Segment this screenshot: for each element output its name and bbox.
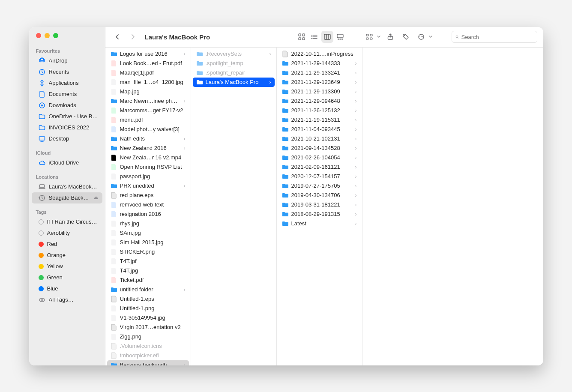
back-button[interactable] [111,31,123,43]
file-row[interactable]: 2021-11-29-113309› [279,87,360,96]
file-row[interactable]: T4T.jpg [107,266,189,275]
file-row[interactable]: Backups.backupdb› [107,360,189,365]
file-row[interactable]: 2021-11-19-115311› [279,115,360,125]
file-row[interactable]: Laura's MacBook Pro› [193,78,275,87]
file-row[interactable]: 2021-02-09-161121› [279,162,360,172]
file-row[interactable]: .RecoverySets› [193,49,275,59]
file-row[interactable]: Zigg.png [107,332,189,341]
column-1[interactable]: .RecoverySets›.spotlight_temp.spotlight_… [191,48,277,365]
eject-icon[interactable]: ⏏ [94,195,98,200]
sidebar-item[interactable]: If I Ran the Circus… [32,216,102,227]
file-row[interactable]: resignation 2016 [107,209,189,219]
file-row[interactable]: untitled folder› [107,285,189,294]
file-name: Marc Newn…inee photos [120,98,180,104]
sidebar-item[interactable]: Seagate Backu…⏏ [32,192,102,203]
sidebar-item[interactable]: INVOICES 2022 [32,122,102,133]
file-row[interactable]: red plane.eps [107,191,189,200]
file-row[interactable]: New Zealand 2016› [107,144,189,153]
file-row[interactable]: Look Book…ed - Frut.pdf [107,59,189,68]
file-row[interactable]: Open Monring RSVP List [107,162,189,172]
file-row[interactable]: Model phot…y waiver[3] [107,125,189,134]
sidebar-item[interactable]: Downloads [32,100,102,111]
file-row[interactable]: Map.jpg [107,87,189,96]
file-row[interactable]: Ticket.pdf [107,275,189,285]
file-row[interactable]: tmbootpicker.efi [107,351,189,360]
folder-icon [282,201,289,208]
file-row[interactable]: 2020-12-07-154157› [279,172,360,181]
column-0[interactable]: Logos for use 2016›Look Book…ed - Frut.p… [105,48,191,365]
file-row[interactable]: 2019-07-27-175705› [279,181,360,191]
file-row[interactable]: 2021-11-26-125132› [279,106,360,115]
sidebar-item[interactable]: AirDrop [32,55,102,66]
tags-button[interactable] [400,31,412,43]
file-row[interactable]: Virgin 2017…entation v2 [107,323,189,332]
sidebar-item[interactable]: Recents [32,66,102,78]
file-row[interactable]: PHX unedited› [107,181,189,191]
file-row[interactable]: .spotlight_temp [193,59,275,68]
file-row[interactable]: Marcomms…get FY17-v2 [107,106,189,115]
file-row[interactable]: remvoed web text [107,200,189,209]
file-row[interactable]: STICKER.png [107,247,189,257]
file-row[interactable]: .spotlight_repair [193,68,275,78]
view-icons-button[interactable] [296,31,308,43]
folder-icon [282,117,289,123]
file-row[interactable]: 2021-10-21-102131› [279,134,360,144]
file-row[interactable]: 2019-03-31-181221› [279,200,360,209]
fullscreen-button[interactable] [53,33,58,38]
group-by-button[interactable] [363,31,375,43]
file-row[interactable]: man_file_1…o4_1280.jpg [107,78,189,87]
sidebar-item[interactable]: Desktop [32,133,102,144]
view-columns-button[interactable] [321,31,333,43]
file-row[interactable]: Maartje[1].pdf [107,68,189,78]
file-row[interactable]: 2019-04-30-134706› [279,191,360,200]
file-row[interactable]: menu.pdf [107,115,189,125]
file-row[interactable]: 2021-11-29-144333› [279,59,360,68]
sidebar-item[interactable]: Orange [32,250,102,261]
file-row[interactable]: 2018-08-29-191315› [279,209,360,219]
file-row[interactable]: 2021-02-26-104054› [279,153,360,162]
sidebar-item[interactable]: Aerobility [32,227,102,239]
sidebar-item[interactable]: Applications [32,78,102,89]
share-button[interactable] [384,31,396,43]
close-button[interactable] [36,33,41,38]
forward-button[interactable] [127,31,139,43]
sidebar-item[interactable]: Blue [32,283,102,294]
sidebar-item[interactable]: All Tags… [32,294,102,305]
file-row[interactable]: Untitled-1.eps [107,294,189,304]
view-gallery-button[interactable] [334,31,346,43]
file-row[interactable]: 2021-11-04-093445› [279,125,360,134]
file-row[interactable]: passport.jpg [107,172,189,181]
sidebar-item[interactable]: Green [32,272,102,283]
file-row[interactable]: Marc Newn…inee photos› [107,96,189,106]
chevron-right-icon: › [354,202,357,208]
search-input[interactable] [461,34,533,40]
column-2[interactable]: 2022-10-11.…inProgress2021-11-29-144333›… [277,48,362,365]
sidebar-item[interactable]: iCloud Drive [32,157,102,168]
sidebar-item[interactable]: Documents [32,89,102,100]
file-row[interactable]: Nath edits› [107,134,189,144]
file-row[interactable]: 2021-11-29-133241› [279,68,360,78]
file-row[interactable]: Latest› [279,219,360,228]
file-row[interactable]: 2021-11-29-094648› [279,96,360,106]
file-row[interactable]: V1-305149954.jpg [107,313,189,323]
minimize-button[interactable] [45,33,50,38]
file-row[interactable]: Logos for use 2016› [107,49,189,59]
sidebar-item[interactable]: Red [32,239,102,250]
search-field[interactable] [452,31,537,43]
file-row[interactable]: rhys.jpg [107,219,189,228]
svg-rect-21 [370,34,372,36]
file-row[interactable]: Untitled-1.png [107,304,189,313]
view-list-button[interactable] [308,31,320,43]
sidebar-item[interactable]: Laura's MacBook… [32,181,102,192]
actions-menu-button[interactable] [415,31,427,43]
file-row[interactable]: 2021-11-29-123649› [279,78,360,87]
file-row[interactable]: SAm.jpg [107,228,189,238]
file-row[interactable]: Slm Hall 2015.jpg [107,238,189,247]
file-row[interactable]: 2022-10-11.…inProgress [279,49,360,59]
sidebar-item[interactable]: Yellow [32,261,102,272]
file-row[interactable]: 2021-09-14-134528› [279,144,360,153]
file-row[interactable]: .VolumeIcon.icns [107,341,189,351]
sidebar-item[interactable]: OneDrive - Use Be… [32,111,102,122]
file-row[interactable]: T4T.jpf [107,257,189,266]
file-row[interactable]: New Zeala…r 16 v2.mp4 [107,153,189,162]
